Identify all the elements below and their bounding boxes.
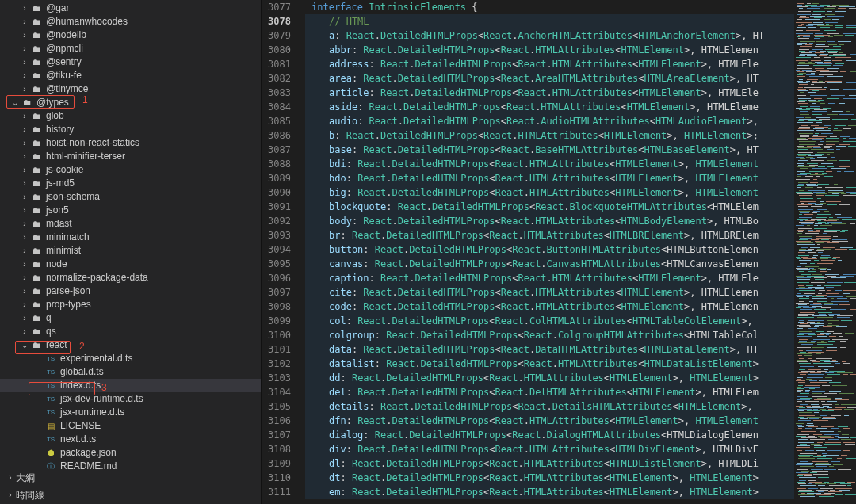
code-line[interactable]: colgroup: React.DetailedHTMLProps<React.… — [305, 328, 794, 342]
code-line[interactable]: canvas: React.DetailedHTMLProps<React.Ca… — [305, 257, 794, 271]
code-line[interactable]: details: React.DetailedHTMLProps<React.D… — [305, 399, 794, 414]
folder-sub-minimist[interactable]: ›🖿minimist — [0, 244, 261, 258]
code-line[interactable]: dfn: React.DetailedHTMLProps<React.HTMLA… — [305, 414, 794, 428]
code-line[interactable]: button: React.DetailedHTMLProps<React.Bu… — [305, 242, 794, 257]
code-editor[interactable]: 3077307830793080308130823083308430853086… — [262, 0, 856, 504]
tree-item-label: global.d.ts — [57, 365, 104, 379]
code-line[interactable]: interface IntrinsicElements { — [305, 0, 794, 14]
folder-sub-html-minifier-terser[interactable]: ›🖿html-minifier-terser — [0, 150, 261, 163]
code-line[interactable]: aside: React.DetailedHTMLProps<React.HTM… — [305, 100, 794, 114]
license-icon: ▤ — [44, 419, 57, 433]
code-line[interactable]: caption: React.DetailedHTMLProps<React.H… — [305, 271, 794, 285]
tree-item-label: jsx-runtime.d.ts — [57, 406, 124, 419]
folder-humanwhocodes[interactable]: ›🖿@humanwhocodes — [0, 15, 261, 29]
folder-sub-hoist-non-react-statics[interactable]: ›🖿hoist-non-react-statics — [0, 136, 261, 150]
file-LICENSE[interactable]: ▤LICENSE — [0, 419, 261, 433]
code-line[interactable]: article: React.DetailedHTMLProps<React.H… — [305, 86, 794, 100]
folder-sub-glob[interactable]: ›🖿glob — [0, 109, 261, 123]
file-experimental-d-ts[interactable]: TSexperimental.d.ts — [0, 352, 261, 365]
folder-sub-js-cookie[interactable]: ›🖿js-cookie — [0, 163, 261, 177]
line-number: 3093 — [262, 228, 291, 242]
file-README-md[interactable]: ⓘREADME.md — [0, 460, 261, 469]
code-line[interactable]: abbr: React.DetailedHTMLProps<React.HTML… — [305, 43, 794, 57]
folder-react[interactable]: ⌄🖿react — [0, 338, 261, 352]
folder-sub-mdast[interactable]: ›🖿mdast — [0, 217, 261, 231]
folder-sentry[interactable]: ›🖿@sentry — [0, 55, 261, 69]
code-line[interactable]: br: React.DetailedHTMLProps<React.HTMLAt… — [305, 228, 794, 242]
code-area[interactable]: interface IntrinsicElements {// HTMLa: R… — [305, 0, 794, 504]
line-number: 3098 — [262, 300, 291, 314]
code-line[interactable]: body: React.DetailedHTMLProps<React.HTML… — [305, 214, 794, 228]
code-line[interactable]: area: React.DetailedHTMLProps<React.Area… — [305, 71, 794, 86]
folder-nodelib[interactable]: ›🖿@nodelib — [0, 29, 261, 42]
tree-item-label: qs — [43, 325, 56, 338]
code-line[interactable]: bdo: React.DetailedHTMLProps<React.HTMLA… — [305, 171, 794, 185]
folder-sub-q[interactable]: ›🖿q — [0, 311, 261, 325]
folder-gar[interactable]: ›🖿@gar — [0, 2, 261, 15]
code-line[interactable]: div: React.DetailedHTMLProps<React.HTMLA… — [305, 442, 794, 456]
code-line[interactable]: dd: React.DetailedHTMLProps<React.HTMLAt… — [305, 371, 794, 385]
code-line[interactable]: data: React.DetailedHTMLProps<React.Data… — [305, 342, 794, 357]
code-line[interactable]: datalist: React.DetailedHTMLProps<React.… — [305, 357, 794, 371]
folder-sub-prop-types[interactable]: ›🖿prop-types — [0, 298, 261, 311]
folder-sub-parse-json[interactable]: ›🖿parse-json — [0, 284, 261, 298]
folder-icon: 🖿 — [30, 311, 43, 325]
code-line[interactable]: cite: React.DetailedHTMLProps<React.HTML… — [305, 285, 794, 300]
file-global-d-ts[interactable]: TSglobal.d.ts — [0, 365, 261, 379]
folder-sub-json-schema[interactable]: ›🖿json-schema — [0, 190, 261, 204]
line-number: 3087 — [262, 143, 291, 157]
chevron-right-icon: › — [19, 284, 30, 298]
folder-sub-node[interactable]: ›🖿node — [0, 258, 261, 271]
code-line[interactable]: base: React.DetailedHTMLProps<React.Base… — [305, 143, 794, 157]
code-line[interactable]: big: React.DetailedHTMLProps<React.HTMLA… — [305, 185, 794, 200]
file-package-json[interactable]: ⬢package.json — [0, 446, 261, 460]
code-line[interactable]: del: React.DetailedHTMLProps<React.DelHT… — [305, 385, 794, 399]
file-index-d-ts[interactable]: TSindex.d.ts — [0, 379, 261, 392]
json-icon: ⬢ — [44, 446, 57, 460]
code-line[interactable]: a: React.DetailedHTMLProps<React.AnchorH… — [305, 29, 794, 43]
folder-icon: 🖿 — [30, 231, 43, 244]
folder-sub-normalize-package-data[interactable]: ›🖿normalize-package-data — [0, 271, 261, 284]
typescript-icon: TS — [44, 406, 57, 419]
folder-icon: 🖿 — [30, 15, 43, 29]
line-number: 3082 — [262, 71, 291, 86]
file-jsx-dev-runtime-d-ts[interactable]: TSjsx-dev-runtime.d.ts — [0, 392, 261, 406]
chevron-right-icon: › — [19, 271, 30, 284]
folder-sub-qs[interactable]: ›🖿qs — [0, 325, 261, 338]
code-line[interactable]: col: React.DetailedHTMLProps<React.ColHT… — [305, 314, 794, 328]
code-line[interactable]: audio: React.DetailedHTMLProps<React.Aud… — [305, 114, 794, 128]
tree-item-label: json-schema — [43, 190, 100, 204]
folder-sub-js-md5[interactable]: ›🖿js-md5 — [0, 177, 261, 190]
folder-icon: 🖿 — [21, 96, 33, 109]
folder-npmcli[interactable]: ›🖿@npmcli — [0, 42, 261, 55]
folder-sub-history[interactable]: ›🖿history — [0, 123, 261, 136]
line-number: 3096 — [262, 271, 291, 285]
folder-tinymce[interactable]: ›🖿@tinymce — [0, 82, 261, 96]
line-number: 3103 — [262, 371, 291, 385]
code-line[interactable]: // HTML — [305, 14, 794, 29]
file-next-d-ts[interactable]: TSnext.d.ts — [0, 433, 261, 446]
code-line[interactable]: dt: React.DetailedHTMLProps<React.HTMLAt… — [305, 471, 794, 485]
info-icon: ⓘ — [44, 460, 57, 469]
timeline-section[interactable]: ›時間線 — [0, 487, 261, 504]
code-line[interactable]: em: React.DetailedHTMLProps<React.HTMLAt… — [305, 485, 794, 499]
folder-types[interactable]: ⌄🖿@types — [0, 96, 261, 109]
code-line[interactable]: address: React.DetailedHTMLProps<React.H… — [305, 57, 794, 71]
tree-item-label: minimatch — [43, 231, 90, 244]
folder-tiku-fe[interactable]: ›🖿@tiku-fe — [0, 69, 261, 82]
code-line[interactable]: dl: React.DetailedHTMLProps<React.HTMLAt… — [305, 456, 794, 471]
tree-item-label: @gar — [43, 2, 70, 15]
code-line[interactable]: blockquote: React.DetailedHTMLProps<Reac… — [305, 200, 794, 214]
code-line[interactable]: b: React.DetailedHTMLProps<React.HTMLAtt… — [305, 128, 794, 143]
folder-sub-json5[interactable]: ›🖿json5 — [0, 204, 261, 217]
code-line[interactable]: bdi: React.DetailedHTMLProps<React.HTMLA… — [305, 157, 794, 171]
chevron-right-icon: › — [19, 231, 30, 244]
file-jsx-runtime-d-ts[interactable]: TSjsx-runtime.d.ts — [0, 406, 261, 419]
file-explorer[interactable]: ›🖿@gar›🖿@humanwhocodes›🖿@nodelib›🖿@npmcl… — [0, 0, 262, 504]
code-line[interactable]: dialog: React.DetailedHTMLProps<React.Di… — [305, 428, 794, 442]
tree-item-label: js-cookie — [43, 163, 83, 177]
code-line[interactable]: code: React.DetailedHTMLProps<React.HTML… — [305, 300, 794, 314]
folder-sub-minimatch[interactable]: ›🖿minimatch — [0, 231, 261, 244]
minimap[interactable] — [794, 0, 856, 504]
outline-section[interactable]: ›大綱 — [0, 469, 261, 487]
